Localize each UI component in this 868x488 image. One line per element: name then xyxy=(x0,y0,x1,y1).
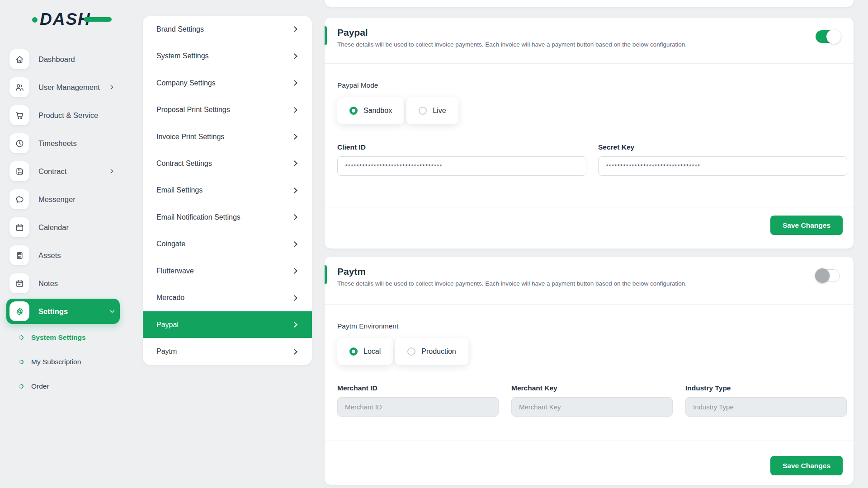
sidebar-subitem-label: My Subscription xyxy=(31,358,81,366)
chevron-down-icon xyxy=(108,308,116,315)
logo-dot-icon xyxy=(32,17,38,23)
field-client-id: Client ID xyxy=(337,143,586,176)
sidebar-item-timesheets[interactable]: Timesheets xyxy=(0,129,143,157)
cart-icon xyxy=(9,105,29,125)
sidebar-item-label: Messenger xyxy=(38,195,75,204)
calendar-icon xyxy=(9,217,29,237)
chevron-right-icon xyxy=(292,188,297,193)
secret-key-input[interactable] xyxy=(598,156,847,176)
sidebar-subitem-label: Order xyxy=(31,382,49,390)
paytm-card-header: Paytm These details will be used to coll… xyxy=(325,257,854,287)
settings-menu-item-invoice-print-settings[interactable]: Invoice Print Settings xyxy=(143,123,312,150)
paytm-enabled-toggle[interactable] xyxy=(816,269,840,282)
radio-option-live[interactable]: Live xyxy=(406,97,458,124)
card-partial-top xyxy=(325,0,854,7)
paypal-card-subtitle: These details will be used to collect in… xyxy=(337,41,840,48)
settings-menu-item-label: Company Settings xyxy=(156,79,216,87)
field-label: Merchant Key xyxy=(511,384,673,392)
paytm-card-body: Paytm Environment Local Production Merch… xyxy=(337,304,847,417)
sidebar-item-assets[interactable]: Assets xyxy=(0,241,143,269)
radio-option-sandbox[interactable]: Sandbox xyxy=(337,97,404,124)
paypal-enabled-toggle[interactable] xyxy=(816,30,840,43)
settings-menu-item-label: Proposal Print Settings xyxy=(156,106,230,114)
settings-menu-item-system-settings[interactable]: System Settings xyxy=(143,42,312,69)
sidebar-item-user-management[interactable]: User Management xyxy=(0,73,143,101)
field-industry-type: Industry Type xyxy=(685,384,847,417)
users-icon xyxy=(9,77,29,97)
chevron-right-icon xyxy=(292,322,297,328)
settings-menu-item-label: Email Settings xyxy=(156,186,203,194)
chevron-right-icon xyxy=(292,215,297,221)
sidebar-item-contract[interactable]: Contract xyxy=(0,157,143,185)
sidebar-item-label: Contract xyxy=(38,167,66,176)
bullet-icon xyxy=(18,359,24,365)
settings-menu-item-flutterwave[interactable]: Flutterwave xyxy=(143,258,312,284)
sidebar-item-label: User Management xyxy=(38,83,100,92)
paytm-save-button[interactable]: Save Changes xyxy=(770,456,843,475)
chevron-right-icon xyxy=(292,161,297,167)
paypal-save-button[interactable]: Save Changes xyxy=(770,216,843,235)
sidebar-subitem-system-settings[interactable]: System Settings xyxy=(0,325,143,350)
settings-menu-item-label: Contract Settings xyxy=(156,160,212,168)
settings-menu-item-brand-settings[interactable]: Brand Settings xyxy=(143,16,312,42)
settings-menu-item-contract-settings[interactable]: Contract Settings xyxy=(143,150,312,177)
paytm-environment-radio-group: Local Production xyxy=(337,338,847,365)
bullet-icon xyxy=(18,334,24,341)
sidebar-item-label: Assets xyxy=(38,251,61,260)
paypal-fields-row: Client ID Secret Key xyxy=(337,143,847,176)
sidebar-subitem-my-subscription[interactable]: My Subscription xyxy=(0,350,143,374)
chevron-right-icon xyxy=(292,26,297,32)
bullet-icon xyxy=(18,383,24,389)
radio-option-production[interactable]: Production xyxy=(395,338,468,365)
page: DASH Dashboard User Management Product &… xyxy=(0,0,868,488)
sidebar-item-label: Timesheets xyxy=(38,139,77,148)
chat-icon xyxy=(9,189,29,209)
paypal-card-title: Paypal xyxy=(337,27,840,38)
radio-unselected-icon xyxy=(407,347,415,356)
paytm-card: Paytm These details will be used to coll… xyxy=(325,257,854,485)
settings-menu-item-paypal[interactable]: Paypal xyxy=(143,311,312,338)
radio-selected-icon xyxy=(349,107,358,115)
paypal-card-header: Paypal These details will be used to col… xyxy=(325,18,854,48)
field-label: Client ID xyxy=(337,143,586,151)
sidebar-item-label: Settings xyxy=(38,307,68,316)
sidebar-item-messenger[interactable]: Messenger xyxy=(0,185,143,213)
settings-menu-item-company-settings[interactable]: Company Settings xyxy=(143,70,312,96)
sidebar-item-dashboard[interactable]: Dashboard xyxy=(0,45,143,73)
settings-menu-item-mercado[interactable]: Mercado xyxy=(143,285,312,311)
industry-type-input xyxy=(685,397,847,417)
settings-menu-item-label: Email Notification Settings xyxy=(156,213,241,221)
calculator-icon xyxy=(9,245,29,265)
settings-menu-item-label: Invoice Print Settings xyxy=(156,133,224,141)
client-id-input[interactable] xyxy=(337,156,586,176)
field-merchant-id: Merchant ID xyxy=(337,384,499,417)
paypal-mode-label: Paypal Mode xyxy=(337,81,847,89)
settings-menu-item-label: Coingate xyxy=(156,240,185,248)
settings-menu-item-coingate[interactable]: Coingate xyxy=(143,231,312,258)
sidebar: DASH Dashboard User Management Product &… xyxy=(0,0,143,488)
chevron-right-icon xyxy=(292,80,297,86)
card-accent-bar xyxy=(325,26,327,45)
settings-menu-item-paytm[interactable]: Paytm xyxy=(143,338,312,365)
clock-icon xyxy=(9,133,29,153)
settings-menu-item-proposal-print-settings[interactable]: Proposal Print Settings xyxy=(143,96,312,123)
settings-menu-item-email-notification-settings[interactable]: Email Notification Settings xyxy=(143,204,312,230)
radio-option-local[interactable]: Local xyxy=(337,338,393,365)
sidebar-item-label: Dashboard xyxy=(38,55,75,64)
chevron-right-icon xyxy=(292,349,297,355)
sidebar-item-notes[interactable]: Notes xyxy=(0,269,143,297)
save-icon xyxy=(9,161,29,181)
logo-text: DASH xyxy=(40,10,91,28)
sidebar-subitem-order[interactable]: Order xyxy=(0,374,143,399)
settings-menu-item-label: Mercado xyxy=(156,294,184,302)
toggle-knob-icon xyxy=(826,29,841,44)
sidebar-item-calendar[interactable]: Calendar xyxy=(0,213,143,241)
merchant-key-input xyxy=(511,397,673,417)
sidebar-item-product-service[interactable]: Product & Service xyxy=(0,101,143,129)
paytm-card-subtitle: These details will be used to collect in… xyxy=(337,280,840,287)
sidebar-item-settings[interactable]: Settings xyxy=(6,299,120,324)
radio-option-label: Live xyxy=(433,107,446,115)
chevron-right-icon xyxy=(292,295,297,301)
settings-menu-item-email-settings[interactable]: Email Settings xyxy=(143,177,312,204)
dash-logo[interactable]: DASH xyxy=(40,10,91,29)
